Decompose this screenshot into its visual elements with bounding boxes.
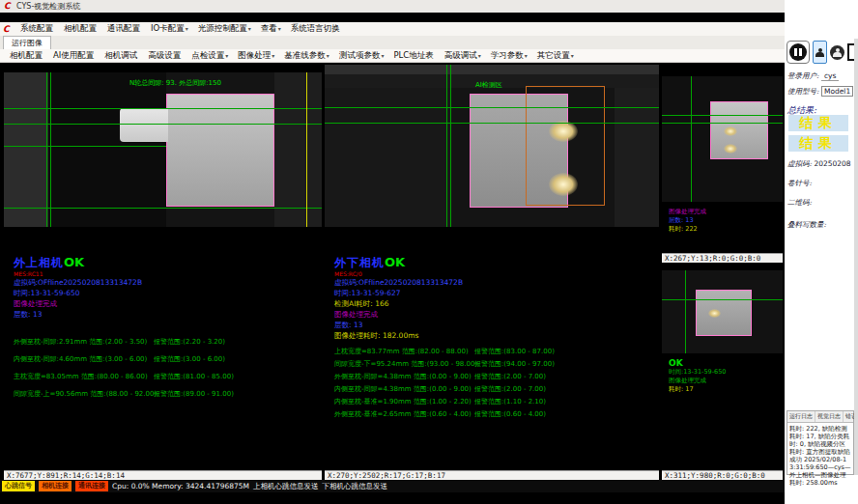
barcode-label: 虚拟码: [787, 159, 812, 168]
toolbar-item[interactable]: 测试项参数▾ [334, 50, 389, 62]
measurement-value: 外侧至枕-间隙:2.91mm 范围:(2.00 - 3.50) [14, 338, 147, 346]
menu-item[interactable]: 系统语言切换 [286, 23, 346, 35]
thumbnail-text-line: 耗时: 222 [669, 225, 706, 234]
menu-item-label: 系统语言切换 [291, 23, 340, 33]
camera-image-outer-lower[interactable]: AI检测区 [325, 65, 659, 227]
log-tabs: 运行日志 视觉日志 错误日志 [787, 411, 853, 423]
chevron-down-icon: ▾ [327, 52, 329, 59]
measurement-list: 上枕宽度=83.77mm 范围:(82.00 - 88.00) 报警范围:(83… [334, 347, 652, 422]
layer-line: 层数: 13 [14, 309, 316, 320]
heartbeat-msg-lower: 下相机心跳信息发送 [323, 482, 388, 491]
toolbar-item[interactable]: 图像处理▾ [233, 50, 279, 62]
toolbar-item[interactable]: AI使用配置 [48, 50, 100, 62]
thumbnail-text-line: 图像处理完成 [669, 377, 726, 385]
camera-title: 外上相机 [14, 256, 64, 269]
log-panel: 运行日志 视觉日志 错误日志 耗时: 222, 缺陷检测耗时: 17, 缺陷分类… [786, 410, 854, 475]
measurement-row: 间隙宽度-下=95.24mm 范围:(93.00 - 98.00) 报警范围:(… [334, 359, 652, 372]
measurement-alarm-range: 报警范围:(2.00 - 7.00) [474, 384, 546, 394]
reference-line [450, 65, 451, 227]
user-icon [815, 48, 824, 57]
sidebar-scrollbar[interactable] [854, 39, 858, 475]
toolbar-item-label: 相机调试 [104, 50, 137, 60]
time-line: 时间:13-31-59-650 [14, 288, 316, 298]
chevron-down-icon: ▾ [381, 52, 384, 59]
proc-time-line: 图像处理耗时: 182.00ms [334, 330, 652, 341]
operator-button[interactable] [830, 45, 844, 60]
measurement-value: 内侧至枕-间隙:4.60mm 范围:(3.00 - 6.00) [14, 355, 147, 363]
menu-item-label: 光源控制配置 [198, 23, 247, 33]
reflection-highlight [724, 126, 737, 136]
log-tab[interactable]: 视觉日志 [815, 411, 844, 422]
camera-title: 外下相机 [334, 256, 385, 269]
battery-cell-roi [696, 290, 752, 336]
login-user-field: 登录用户: cys [787, 71, 839, 81]
camera-image-outer-upper[interactable]: N轮总间隙: 93. 外总间隙:150 [4, 72, 322, 227]
cpu-memory-readout: Cpu: 0.0% Memory: 3424.41796875M [112, 482, 249, 490]
right-sidebar: 登录用户: cys 使用型号: Model1 总结果: 结果 结果 虚拟码: 2… [785, 0, 858, 504]
toolbar-item[interactable]: 基准线参数▾ [279, 50, 334, 62]
thumbnail-image-bottom[interactable] [662, 270, 783, 353]
pin-number-field: 卷针号: [787, 179, 812, 188]
machine-structure [325, 65, 659, 74]
toolbar-item[interactable]: 相机调试 [100, 50, 143, 62]
toolbar-item[interactable]: 高级设置 [143, 50, 186, 62]
toolbar-item[interactable]: 其它设置▾ [532, 50, 579, 62]
toolbar-item[interactable]: PLC地址表 [388, 50, 439, 62]
menu-item-label: IO卡配置 [151, 23, 185, 33]
pixel-coord-bar: X:270;Y:2502;R:17;G:17;B:17 [325, 470, 659, 480]
chevron-down-icon: ▾ [571, 52, 574, 59]
tab-run-image[interactable]: 运行图像 [3, 36, 51, 49]
toolbar-item-label: 相机配置 [10, 50, 43, 60]
process-line: 图像处理完成 [334, 309, 652, 320]
model-value[interactable]: Model1 [821, 86, 853, 97]
menu-item-label: 查看 [261, 23, 277, 33]
menu-item-label: 系统配置 [20, 23, 53, 33]
battery-cell-roi [166, 94, 274, 207]
pause-button[interactable] [786, 41, 810, 64]
menu-item[interactable]: 查看▾ [256, 23, 286, 35]
reference-line [446, 65, 447, 227]
thumbnail-text-line: 耗时: 17 [669, 385, 726, 394]
toolbar-item[interactable]: 点检设置▾ [186, 50, 233, 62]
result-badge-1: 结果 [788, 115, 848, 131]
log-tab[interactable]: 运行日志 [787, 411, 815, 422]
menu-item[interactable]: 通讯配置 [102, 23, 146, 35]
menu-item[interactable]: IO卡配置▾ [146, 23, 193, 35]
measurement-value: 外侧至枕-间隙=4.38mm 范围:(0.00 - 9.00) [334, 373, 472, 380]
menu-item[interactable]: 相机配置 [59, 23, 102, 35]
toolbar-item-label: 高级设置 [148, 50, 181, 60]
reflection-highlight [549, 121, 578, 142]
chevron-down-icon: ▾ [272, 52, 274, 59]
thumbnail-text-block: 图像处理完成 层数: 13 耗时: 222 [669, 208, 706, 234]
process-line: 图像处理完成 [14, 298, 316, 309]
app-window: C CYS-视觉检测系统 C 系统配置 相机配置 通讯配置 IO卡配置▾ 光源控… [0, 0, 858, 504]
chevron-down-icon: ▾ [525, 52, 528, 59]
menu-item[interactable]: 系统配置 [15, 23, 59, 35]
user-button-active[interactable] [813, 41, 827, 64]
barcode-line: 虚拟码:OFfIine2025020813313472B [14, 277, 316, 288]
pixel-coord-bar: X:267;Y:13;R:0;G:0;B:0 [662, 253, 783, 263]
measurement-value: 内侧至枕-基准=1.90mm 范围:(1.00 - 2.20) [334, 398, 472, 406]
measurement-alarm-range: 报警范围:(89.00 - 91.00) [154, 389, 234, 399]
reference-line [691, 76, 692, 202]
thumbnail-panel-bottom: OK 时间:13-31-59-650 图像处理完成 耗时: 17 X:311;Y… [662, 265, 783, 480]
measurement-row: 外侧至枕-基准=2.65mm 范围:(0.60 - 4.00) 报警范围:(0.… [334, 409, 652, 422]
app-logo-icon: C [4, 2, 13, 11]
measurement-row: 内侧至枕-间隙=4.38mm 范围:(0.00 - 9.00) 报警范围:(2.… [334, 384, 652, 397]
thumbnail-text-line: 图像处理完成 [669, 208, 706, 216]
measurement-value: 内侧至枕-间隙=4.38mm 范围:(0.00 - 9.00) [334, 385, 472, 393]
chevron-down-icon: ▾ [478, 52, 481, 59]
toolbar-item[interactable]: 学习参数▾ [486, 50, 532, 62]
toolbar-item[interactable]: 相机配置 [5, 50, 48, 62]
model-field: 使用型号: Model1 [787, 87, 853, 97]
toolbar-item-label: AI使用配置 [53, 50, 94, 60]
measurement-row: 主枕宽度=83.05mm 范围:(80.00 - 86.00) 报警范围:(81… [14, 372, 316, 389]
title-bar: C CYS-视觉检测系统 [0, 0, 785, 13]
toolbar-item[interactable]: 高级调试▾ [440, 50, 486, 62]
measure-line [4, 208, 322, 209]
menu-item[interactable]: 光源控制配置▾ [193, 23, 256, 35]
chevron-down-icon: ▾ [225, 52, 228, 59]
thumbnail-image-top[interactable] [662, 76, 783, 202]
measure-line [325, 123, 659, 124]
pause-icon [789, 43, 807, 61]
